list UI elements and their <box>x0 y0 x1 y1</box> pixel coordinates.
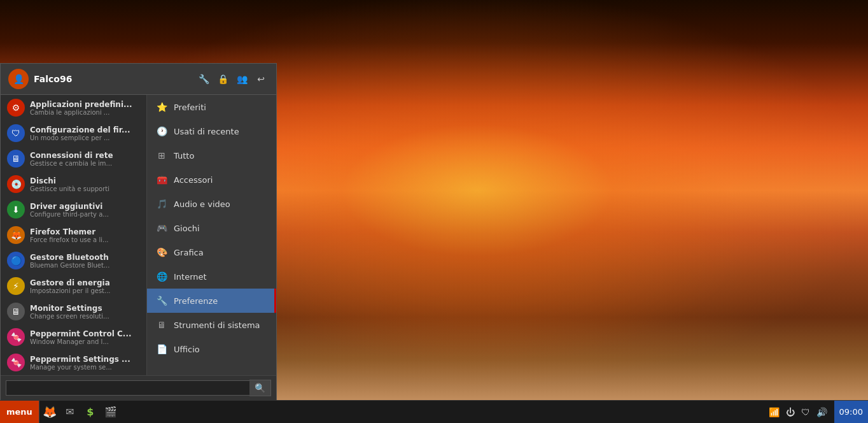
app-list-item[interactable]: ⚡ Gestore di energia Impostazioni per il… <box>1 273 146 299</box>
vlc-taskbar-icon[interactable]: 🎬 <box>102 403 120 421</box>
category-label: Accessori <box>174 175 213 185</box>
app-name: Applicazioni predefini... <box>30 100 140 109</box>
app-icon: ⬇ <box>7 201 25 219</box>
category-label: Giochi <box>174 224 200 233</box>
category-label: Grafica <box>174 248 204 257</box>
app-text: Firefox Themer Force firefox to use a li… <box>30 227 140 243</box>
app-name: Driver aggiuntivi <box>30 202 140 211</box>
app-list-item[interactable]: 🦊 Firefox Themer Force firefox to use a … <box>1 222 146 248</box>
category-icon: 🎵 <box>155 197 169 211</box>
category-item[interactable]: 🧰Accessori <box>147 168 276 192</box>
search-input[interactable] <box>6 380 249 396</box>
app-list: ⚙ Applicazioni predefini... Cambia le ap… <box>1 95 147 375</box>
app-desc: Gestisce unità e supporti <box>30 185 140 192</box>
clock: 09:00 <box>834 401 868 423</box>
app-name: Gestore di energia <box>30 278 140 287</box>
app-desc: Configure third-party a... <box>30 211 140 218</box>
app-desc: Manage your system se... <box>30 364 140 371</box>
category-label: Strumenti di sistema <box>174 320 260 330</box>
app-desc: Gestisce e cambia le im... <box>30 160 140 167</box>
app-desc: Impostazioni per il gest... <box>30 287 140 294</box>
app-list-item[interactable]: 🔵 Gestore Bluetooth Blueman Gestore Blue… <box>1 248 146 273</box>
app-icon: 🖥 <box>7 150 25 168</box>
category-label: Audio e video <box>174 199 230 209</box>
category-label: Tutto <box>174 151 194 161</box>
app-list-item[interactable]: 🍬 Peppermint Control C... Window Manager… <box>1 324 146 350</box>
app-icon: 🦊 <box>7 226 25 244</box>
category-item[interactable]: 🖥Strumenti di sistema <box>147 313 276 337</box>
app-list-item[interactable]: 💿 Dischi Gestisce unità e supporti <box>1 171 146 197</box>
category-label: Usati di recente <box>174 127 239 136</box>
category-label: Ufficio <box>174 345 200 354</box>
category-icon: ⊞ <box>155 148 169 162</box>
app-icon: 🍬 <box>7 354 25 371</box>
app-desc: Blueman Gestore Bluet... <box>30 262 140 269</box>
logout-icon[interactable]: ↩ <box>253 71 269 87</box>
app-name: Peppermint Control C... <box>30 329 140 338</box>
lock-icon[interactable]: 🔒 <box>215 71 230 87</box>
app-list-item[interactable]: 🍬 Peppermint Settings ... Manage your sy… <box>1 350 146 375</box>
category-label: Internet <box>174 272 207 282</box>
category-icon: 📄 <box>155 342 169 356</box>
shield-tray-icon[interactable]: 🛡 <box>799 407 812 417</box>
app-text: Driver aggiuntivi Configure third-party … <box>30 202 140 218</box>
app-list-item[interactable]: 🖥 Connessioni di rete Gestisce e cambia … <box>1 146 146 171</box>
app-text: Applicazioni predefini... Cambia le appl… <box>30 100 140 116</box>
app-text: Connessioni di rete Gestisce e cambia le… <box>30 151 140 167</box>
volume-tray-icon[interactable]: 🔊 <box>815 407 829 417</box>
header-icons: 🔧 🔒 👥 ↩ <box>196 71 269 87</box>
taskbar-right: 📶 ⏻ 🛡 🔊 <box>767 407 834 417</box>
category-item[interactable]: ⭐Preferiti <box>147 95 276 119</box>
category-item[interactable]: 🎮Giochi <box>147 216 276 240</box>
app-name: Firefox Themer <box>30 227 140 236</box>
category-item[interactable]: 🕐Usati di recente <box>147 119 276 143</box>
category-list: ⭐Preferiti🕐Usati di recente⊞Tutto🧰Access… <box>147 95 276 375</box>
app-desc: Un modo semplice per ... <box>30 134 140 141</box>
category-item[interactable]: 🔧Preferenze <box>147 289 276 313</box>
app-text: Configurazione del fir... Un modo sempli… <box>30 125 140 141</box>
app-text: Gestore di energia Impostazioni per il g… <box>30 278 140 294</box>
settings-wrench-icon[interactable]: 🔧 <box>196 71 211 87</box>
mail-taskbar-icon[interactable]: ✉ <box>61 403 79 421</box>
category-icon: ⭐ <box>155 100 169 114</box>
power-tray-icon[interactable]: ⏻ <box>784 407 797 417</box>
app-icon: ⚙ <box>7 99 25 117</box>
search-button[interactable]: 🔍 <box>249 380 271 396</box>
app-text: Gestore Bluetooth Blueman Gestore Bluet.… <box>30 253 140 269</box>
category-item[interactable]: 📄Ufficio <box>147 337 276 361</box>
category-item[interactable]: 🎵Audio e video <box>147 192 276 216</box>
category-icon: 🌐 <box>155 269 169 283</box>
app-desc: Window Manager and l... <box>30 338 140 345</box>
app-text: Peppermint Settings ... Manage your syst… <box>30 355 140 371</box>
user-avatar: 👤 <box>8 69 29 89</box>
app-name: Gestore Bluetooth <box>30 253 140 262</box>
app-name: Dischi <box>30 176 140 185</box>
app-name: Monitor Settings <box>30 304 140 313</box>
menu-search: 🔍 <box>1 375 276 400</box>
category-icon: 🕐 <box>155 124 169 138</box>
category-icon: 🎮 <box>155 221 169 235</box>
app-list-item[interactable]: ⚙ Applicazioni predefini... Cambia le ap… <box>1 95 146 120</box>
app-text: Dischi Gestisce unità e supporti <box>30 176 140 192</box>
network-tray-icon[interactable]: 📶 <box>767 407 781 417</box>
app-icon: 🔵 <box>7 252 25 269</box>
app-desc: Change screen resoluti... <box>30 313 140 320</box>
category-item[interactable]: 🎨Grafica <box>147 240 276 264</box>
app-text: Peppermint Control C... Window Manager a… <box>30 329 140 345</box>
category-item[interactable]: ⊞Tutto <box>147 143 276 168</box>
app-icon: 🛡 <box>7 124 25 142</box>
app-list-item[interactable]: 🛡 Configurazione del fir... Un modo semp… <box>1 120 146 146</box>
app-name: Configurazione del fir... <box>30 125 140 134</box>
menu-button[interactable]: menu <box>0 401 39 423</box>
app-desc: Cambia le applicazioni ... <box>30 109 140 116</box>
app-list-item[interactable]: ⬇ Driver aggiuntivi Configure third-part… <box>1 197 146 222</box>
category-label: Preferiti <box>174 103 206 112</box>
app-list-item[interactable]: 🖥 Monitor Settings Change screen resolut… <box>1 299 146 324</box>
category-icon: 🧰 <box>155 173 169 187</box>
category-label: Preferenze <box>174 296 218 306</box>
firefox-taskbar-icon[interactable]: 🦊 <box>41 403 59 421</box>
dollar-taskbar-icon[interactable]: $ <box>81 403 99 421</box>
users-icon[interactable]: 👥 <box>234 71 249 87</box>
category-item[interactable]: 🌐Internet <box>147 264 276 289</box>
user-info: 👤 Falco96 <box>8 69 72 89</box>
